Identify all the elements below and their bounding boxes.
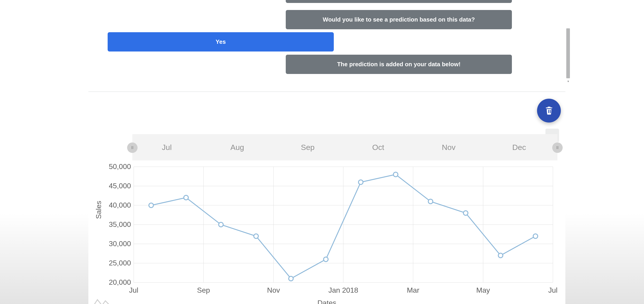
svg-text:Jan 2018: Jan 2018 <box>328 286 358 294</box>
svg-point-35 <box>394 172 398 177</box>
chat-scrollbar-thumb[interactable] <box>566 28 570 78</box>
svg-text:Jul: Jul <box>129 286 138 294</box>
svg-point-34 <box>358 180 363 184</box>
x-tick-labels: Jul Sep Nov Jan 2018 Mar May Jul <box>129 286 558 294</box>
brush-tick: Aug <box>230 143 244 152</box>
svg-point-32 <box>289 276 293 281</box>
gridlines <box>134 167 553 282</box>
svg-text:Jul: Jul <box>548 286 558 294</box>
svg-text:50,000: 50,000 <box>109 162 131 171</box>
bot-bubble-prev <box>286 0 512 3</box>
bot-bubble-question: Would you like to see a prediction based… <box>286 10 512 29</box>
time-range-brush[interactable]: II II Jul Aug Sep Oct Nov Dec <box>132 134 558 160</box>
bot-bubble-confirm: The prediction is added on your data bel… <box>286 55 512 74</box>
grip-icon: II <box>131 145 134 150</box>
svg-point-31 <box>254 234 258 238</box>
line-chart: 50,000 45,000 40,000 35,000 30,000 25,00… <box>95 162 560 303</box>
svg-text:40,000: 40,000 <box>109 201 131 209</box>
user-reply-text: Yes <box>216 38 226 45</box>
bot-question-text: Would you like to see a prediction based… <box>323 16 475 23</box>
brush-tick: Sep <box>301 143 315 152</box>
svg-text:May: May <box>476 286 490 294</box>
chart-watermark-icon <box>92 296 112 304</box>
svg-point-38 <box>498 253 503 258</box>
brush-tick: Nov <box>442 143 456 152</box>
content-card: Would you like to see a prediction based… <box>88 0 565 304</box>
svg-text:Mar: Mar <box>407 286 419 294</box>
svg-point-33 <box>324 257 328 261</box>
delete-chart-button[interactable] <box>537 99 561 123</box>
svg-text:30,000: 30,000 <box>109 239 131 248</box>
y-tick-labels: 50,000 45,000 40,000 35,000 30,000 25,00… <box>109 162 131 286</box>
chat-scrollbar-down-icon[interactable]: ▾ <box>566 79 570 83</box>
user-bubble-reply: Yes <box>108 32 334 52</box>
svg-text:35,000: 35,000 <box>109 220 131 228</box>
svg-text:Sep: Sep <box>197 286 210 294</box>
brush-tick: Oct <box>372 143 384 152</box>
brush-tick: Jul <box>162 143 172 152</box>
svg-text:25,000: 25,000 <box>109 259 131 267</box>
svg-point-28 <box>149 203 154 208</box>
svg-point-36 <box>428 199 433 204</box>
svg-text:Nov: Nov <box>267 286 280 294</box>
svg-point-39 <box>533 234 538 238</box>
svg-point-29 <box>184 195 188 200</box>
page-root: Would you like to see a prediction based… <box>0 0 644 304</box>
svg-point-37 <box>464 211 468 215</box>
brush-handle-left[interactable]: II <box>127 142 138 153</box>
chart-panel: ... II II Jul Aug Sep Oct Nov Dec Sales … <box>88 92 565 304</box>
svg-text:45,000: 45,000 <box>109 182 131 190</box>
trash-icon <box>544 106 554 116</box>
brush-handle-right[interactable]: II <box>552 142 563 153</box>
grip-icon: II <box>556 145 558 150</box>
brush-tick: Dec <box>512 143 526 152</box>
line-chart-svg: 50,000 45,000 40,000 35,000 30,000 25,00… <box>95 162 560 303</box>
svg-point-30 <box>219 222 223 227</box>
bot-confirm-text: The prediction is added on your data bel… <box>337 61 461 68</box>
svg-text:20,000: 20,000 <box>109 278 131 286</box>
chat-area: Would you like to see a prediction based… <box>88 0 565 92</box>
